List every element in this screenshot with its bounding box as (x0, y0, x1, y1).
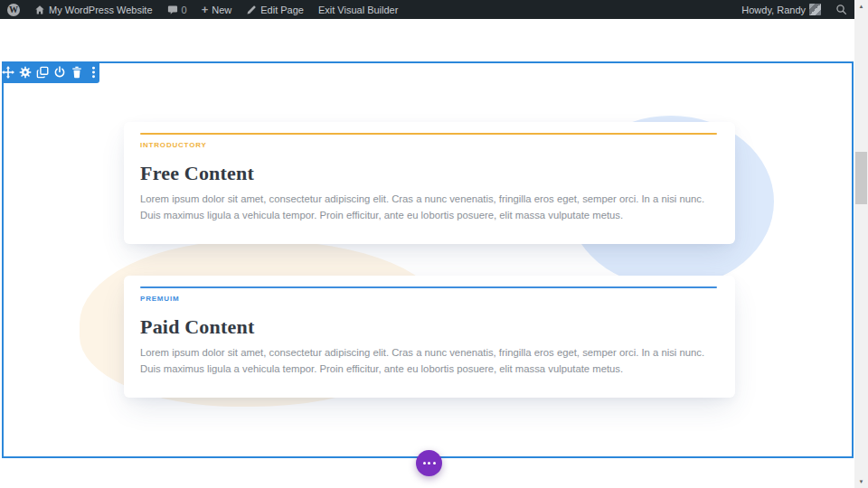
scroll-down-arrow-icon[interactable]: ▼ (854, 475, 868, 488)
divi-section-toolbar (2, 61, 99, 83)
edit-page-label: Edit Page (260, 5, 304, 15)
search-menu[interactable] (828, 0, 854, 19)
disable-power-icon[interactable] (53, 66, 66, 80)
settings-gear-icon[interactable] (19, 66, 32, 80)
comments-count: 0 (182, 5, 187, 15)
card-title: Free Content (140, 162, 717, 185)
duplicate-icon[interactable] (36, 66, 49, 80)
scrollbar-thumb[interactable] (855, 152, 867, 204)
move-icon[interactable] (2, 66, 14, 80)
accent-divider (140, 133, 717, 135)
site-name-label: My WordPress Website (49, 5, 153, 15)
more-options-icon[interactable] (88, 66, 99, 80)
ellipsis-icon (423, 462, 426, 465)
card-body-text: Lorem ipsum dolor sit amet, consectetur … (140, 345, 717, 377)
wordpress-logo-icon: W (7, 4, 20, 16)
search-icon (835, 4, 847, 15)
scroll-up-arrow-icon[interactable]: ▲ (854, 0, 868, 13)
wp-admin-bar-right: Howdy, Randy (734, 0, 854, 19)
site-name-menu[interactable]: My WordPress Website (27, 0, 160, 19)
browser-scrollbar: ▲ ▼ (854, 0, 868, 488)
plus-icon: + (202, 4, 209, 15)
card-eyebrow-label: PREMUIM (140, 295, 717, 303)
divi-section[interactable]: INTRODUCTORY Free Content Lorem ipsum do… (2, 61, 854, 458)
comment-bubble-icon (167, 5, 178, 15)
exit-visual-builder-label: Exit Visual Builder (318, 5, 398, 15)
accent-divider (140, 286, 717, 288)
card-eyebrow-label: INTRODUCTORY (140, 141, 717, 149)
page-settings-button[interactable] (416, 450, 442, 476)
new-label: New (212, 5, 231, 15)
browser-viewport: W My WordPress Website 0 + New (0, 0, 868, 488)
my-account-menu[interactable]: Howdy, Randy (734, 0, 828, 19)
card-title: Paid Content (140, 315, 717, 339)
paid-content-card[interactable]: PREMUIM Paid Content Lorem ipsum dolor s… (124, 276, 735, 398)
free-content-card[interactable]: INTRODUCTORY Free Content Lorem ipsum do… (124, 122, 735, 244)
card-body-text: Lorem ipsum dolor sit amet, consectetur … (140, 192, 717, 223)
edit-page-menu[interactable]: Edit Page (239, 0, 311, 19)
wp-admin-bar: W My WordPress Website 0 + New (0, 0, 854, 19)
new-content-menu[interactable]: + New (194, 0, 240, 19)
comments-menu[interactable]: 0 (160, 0, 194, 19)
exit-visual-builder-menu[interactable]: Exit Visual Builder (311, 0, 405, 19)
howdy-label: Howdy, Randy (741, 5, 806, 15)
user-avatar (809, 4, 821, 15)
pencil-icon (246, 5, 257, 15)
wp-logo-menu[interactable]: W (0, 0, 27, 19)
home-icon (34, 5, 45, 15)
wp-admin-bar-left: W My WordPress Website 0 + New (0, 0, 405, 19)
delete-trash-icon[interactable] (71, 66, 83, 80)
